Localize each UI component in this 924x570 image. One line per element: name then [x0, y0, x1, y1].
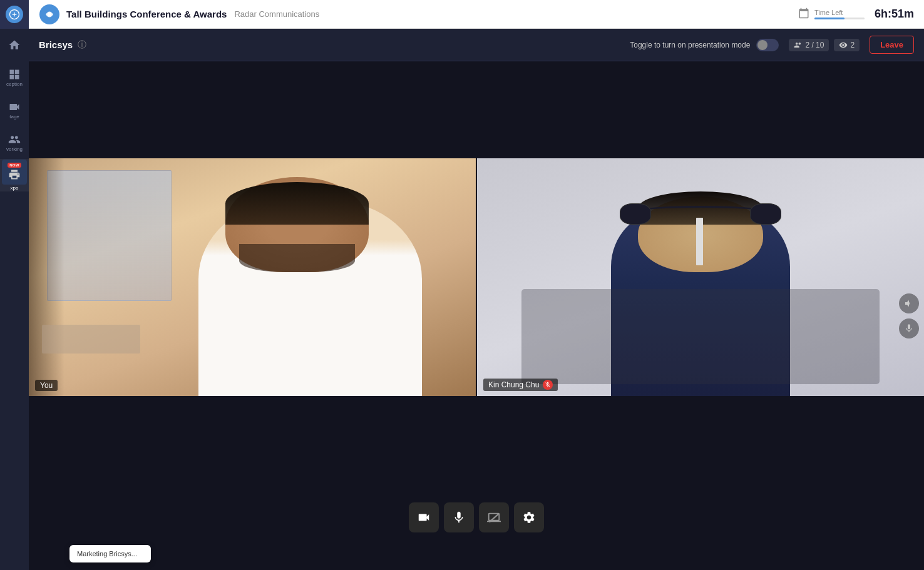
time-left-container: Time Left	[814, 9, 865, 19]
calendar-icon	[798, 8, 809, 21]
person1-beard	[239, 244, 356, 273]
sidebar-item-stage[interactable]: tage	[0, 94, 29, 126]
time-left-value: 6h:51m	[875, 8, 914, 21]
participants-count: 2 / 10	[805, 41, 824, 49]
video-bottom-space	[29, 396, 924, 570]
video-feed-remote: Kin Chung Chu	[476, 158, 924, 396]
settings-button[interactable]	[514, 502, 544, 532]
sidebar-item-expo-label: xpo	[11, 186, 19, 191]
toggle-knob	[757, 40, 767, 50]
room-header: Bricsys ⓘ Toggle to turn on presentation…	[29, 29, 924, 61]
bottom-controls	[409, 502, 544, 532]
chair-back	[521, 289, 879, 384]
participants-badge: 2 / 10	[789, 39, 829, 51]
camera-toggle-button[interactable]	[409, 502, 439, 532]
sidebar-item-home[interactable]	[0, 29, 29, 61]
video-feed-self: You	[29, 158, 476, 396]
time-left-label: Time Left	[814, 9, 843, 16]
sidebar-logo	[0, 0, 29, 29]
mute-indicator	[543, 380, 553, 390]
main-content: Tall Buildings Conference & Awards Radar…	[29, 0, 924, 570]
radiator-element	[42, 325, 140, 354]
headphone-cord	[696, 218, 703, 265]
time-progress-fill	[814, 18, 844, 19]
sidebar-item-reception[interactable]: ception	[0, 61, 29, 94]
conference-subtitle: Radar Communications	[234, 9, 319, 19]
window-element	[47, 170, 172, 301]
video-feeds: You	[29, 158, 924, 396]
curtain-left	[29, 158, 64, 396]
room-info-icon[interactable]: ⓘ	[78, 39, 86, 51]
svg-point-2	[48, 13, 51, 16]
conference-title: Tall Buildings Conference & Awards	[66, 9, 227, 19]
microphone-right-button[interactable]	[899, 318, 919, 338]
video-person1-background	[29, 158, 476, 396]
sidebar-item-expo[interactable]: NOW xpo	[0, 159, 29, 191]
leave-button[interactable]: Leave	[870, 36, 914, 54]
video-label-self: You	[35, 380, 58, 391]
presentation-mode-toggle[interactable]	[756, 39, 779, 51]
sidebar: ception tage vorking NOW xpo	[0, 0, 29, 570]
sidebar-item-networking-label: vorking	[6, 147, 23, 153]
screen-share-button[interactable]	[479, 502, 509, 532]
video-side-controls	[899, 293, 919, 338]
headphone-left	[620, 203, 651, 225]
expo-now-badge: NOW	[8, 163, 21, 168]
viewers-badge: 2	[834, 39, 860, 51]
sidebar-item-networking[interactable]: vorking	[0, 126, 29, 159]
sidebar-item-reception-label: ception	[6, 82, 23, 88]
topbar-logo	[39, 4, 60, 25]
presentation-mode-label: Toggle to turn on presentation mode	[630, 41, 750, 49]
volume-control-button[interactable]	[899, 293, 919, 313]
video-label-remote: Kin Chung Chu	[483, 379, 558, 391]
sidebar-item-stage-label: tage	[9, 115, 19, 120]
video-top-space	[29, 61, 924, 158]
viewers-count: 2	[850, 41, 855, 49]
headphone-right	[750, 203, 781, 225]
time-progress-bar	[814, 18, 865, 19]
person1-hair	[225, 182, 368, 225]
app-logo-icon	[6, 6, 23, 23]
video-self-name: You	[40, 381, 53, 390]
video-person2-background	[477, 158, 924, 396]
microphone-toggle-button[interactable]	[444, 502, 474, 532]
room-name: Bricsys	[39, 39, 73, 50]
bottom-info-card: Marketing Bricsys...	[69, 545, 151, 562]
expo-item-container: NOW	[2, 160, 27, 185]
bottom-card-text: Marketing Bricsys...	[77, 550, 137, 557]
video-remote-name: Kin Chung Chu	[488, 380, 539, 389]
topbar: Tall Buildings Conference & Awards Radar…	[29, 0, 924, 29]
video-area: You	[29, 61, 924, 570]
